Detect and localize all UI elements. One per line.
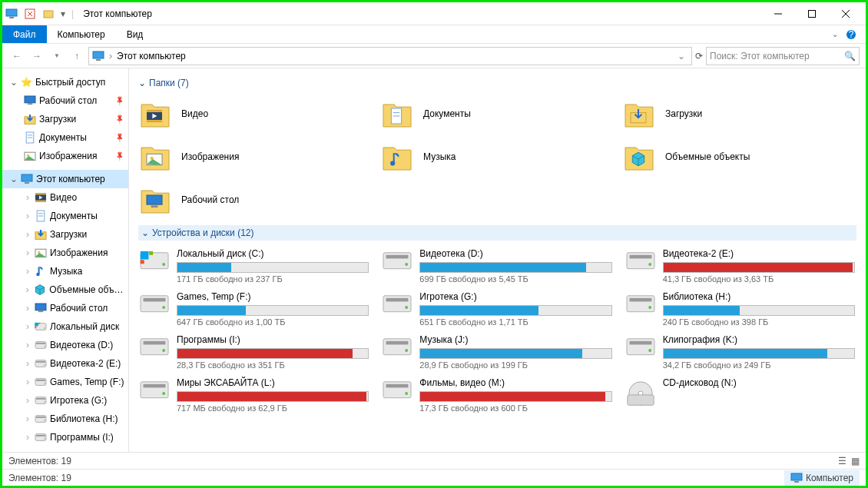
folder-item[interactable]: Изображения — [138, 138, 373, 176]
tree-pc-item[interactable]: ›Музыка — [2, 262, 128, 281]
view-details-icon[interactable]: ☰ — [838, 456, 846, 466]
qat-dropdown-icon[interactable]: ▾ — [61, 8, 65, 19]
folder-item[interactable]: Загрузки — [622, 95, 856, 133]
tree-pc-item[interactable]: ›Загрузки — [2, 225, 128, 244]
tree-pc-item[interactable]: ›Объемные объекты — [2, 281, 128, 299]
status-bar-outer: Элементов: 19 Компьютер — [2, 469, 866, 486]
nav-history-button[interactable]: ▼ — [48, 48, 65, 65]
tree-pc-item[interactable]: ›Документы — [2, 207, 128, 225]
tree-pc-item[interactable]: ›Видео — [2, 188, 128, 207]
free-space-label: 28,9 ГБ свободно из 199 ГБ — [419, 360, 611, 370]
drive-item[interactable]: Games, Temp (F:)647 ГБ свободно из 1,00 … — [138, 290, 370, 328]
svg-point-39 — [44, 346, 45, 347]
search-icon[interactable]: 🔍 — [844, 51, 856, 61]
drive-label: Программы (I:) — [177, 334, 369, 345]
drive-item[interactable]: Видеотека (D:)699 ГБ свободно из 5,45 ТБ — [381, 247, 613, 285]
svg-rect-30 — [35, 304, 46, 310]
tree-pc-item[interactable]: ›Программы (I:) — [2, 428, 128, 447]
addr-dropdown-icon[interactable]: ⌄ — [674, 51, 688, 61]
help-icon[interactable]: ? — [846, 29, 856, 40]
tab-view[interactable]: Вид — [116, 25, 154, 43]
tree-quick-item[interactable]: Документы — [2, 128, 128, 147]
free-space-label: 717 МБ свободно из 62,9 ГБ — [177, 403, 369, 413]
svg-rect-82 — [386, 298, 409, 302]
status-right[interactable]: Компьютер — [784, 470, 860, 486]
drive-item[interactable]: Игротека (G:)651 ГБ свободно из 1,71 ТБ — [381, 290, 613, 328]
tree-pc-item[interactable]: ›Видеотека (D:) — [2, 336, 128, 354]
drive-label: Локальный диск (C:) — [177, 248, 369, 259]
minimize-button[interactable] — [761, 3, 795, 25]
drive-icon — [626, 293, 655, 317]
status-bar-inner: Элементов: 19 ☰ ▦ — [2, 452, 866, 469]
drive-item[interactable]: Программы (I:)28,3 ГБ свободно из 351 ГБ — [138, 333, 370, 371]
search-input[interactable]: Поиск: Этот компьютер 🔍 — [706, 47, 860, 65]
drive-os-icon — [35, 320, 47, 333]
tree-quick-item[interactable]: Изображения — [2, 147, 128, 165]
drive-icon — [140, 293, 169, 317]
address-bar-row: ← → ▼ ↑ › Этот компьютер ⌄ ⟳ Поиск: Этот… — [2, 44, 866, 68]
music-icon — [35, 265, 47, 277]
folder-item[interactable]: Музыка — [380, 138, 615, 176]
usage-bar — [177, 391, 369, 402]
group-drives-header[interactable]: ⌄Устройства и диски (12) — [138, 225, 856, 241]
nav-up-button[interactable]: ↑ — [68, 48, 85, 65]
pc-icon — [790, 472, 803, 484]
folder-item[interactable]: Объемные объекты — [622, 138, 856, 176]
tree-quick-item[interactable]: Рабочий стол — [2, 91, 128, 110]
drive-icon — [35, 376, 47, 388]
tree-pc-item[interactable]: ›Games, Temp (F:) — [2, 373, 128, 391]
drive-label: Музыка (J:) — [419, 334, 611, 345]
svg-rect-53 — [36, 434, 45, 436]
ribbon: Файл Компьютер Вид ⌄ ? — [2, 25, 866, 44]
free-space-label: 41,3 ГБ свободно из 3,63 ТБ — [663, 274, 855, 284]
drive-label: Фильмы, видео (M:) — [419, 377, 611, 388]
drive-item[interactable]: Локальный диск (C:)171 ГБ свободно из 23… — [138, 247, 370, 285]
refresh-button[interactable]: ⟳ — [695, 51, 703, 61]
usage-bar — [419, 305, 611, 316]
pc-icon — [92, 50, 104, 62]
tree-this-pc[interactable]: ⌄ Этот компьютер — [2, 170, 128, 188]
svg-point-45 — [44, 383, 45, 384]
drive-item[interactable]: CD-дисковод (N:) — [624, 376, 856, 414]
maximize-button[interactable] — [795, 3, 829, 25]
drive-item[interactable]: Клипография (K:)34,2 ГБ свободно из 249 … — [624, 333, 856, 371]
qat-properties-icon[interactable] — [24, 8, 36, 20]
svg-point-54 — [44, 438, 45, 440]
tab-computer[interactable]: Компьютер — [47, 25, 116, 43]
drive-item[interactable]: Фильмы, видео (M:)17,3 ГБ свободно из 60… — [381, 376, 613, 414]
svg-rect-9 — [96, 59, 101, 61]
drive-item[interactable]: Миры ЭКСАБАЙТА (L:)717 МБ свободно из 62… — [138, 376, 370, 414]
close-button[interactable] — [829, 3, 863, 25]
tab-file[interactable]: Файл — [2, 25, 47, 43]
tree-pc-item[interactable]: ›Библиотека (H:) — [2, 410, 128, 428]
folder-item[interactable]: Видео — [138, 95, 373, 133]
drive-icon — [383, 336, 412, 360]
qat-newfolder-icon[interactable] — [42, 8, 55, 20]
tree-pc-item[interactable]: ›Видеотека-2 (E:) — [2, 354, 128, 373]
tree-pc-item[interactable]: ›Изображения — [2, 244, 128, 262]
tree-pc-item[interactable]: ›Локальный диск — [2, 317, 128, 336]
svg-point-92 — [406, 349, 409, 352]
usage-bar — [663, 305, 855, 316]
drive-item[interactable]: Музыка (J:)28,9 ГБ свободно из 199 ГБ — [381, 333, 613, 371]
tree-pc-item[interactable]: ›Игротека (G:) — [2, 391, 128, 410]
drive-label: Games, Temp (F:) — [177, 291, 369, 302]
folder-item[interactable]: Рабочий стол — [138, 181, 373, 219]
drive-item[interactable]: Библиотека (H:)240 ГБ свободно из 398 ГБ — [624, 290, 856, 328]
svg-rect-0 — [6, 9, 17, 16]
group-folders-header[interactable]: ⌄Папки (7) — [138, 78, 856, 88]
svg-rect-76 — [629, 255, 651, 259]
address-bar[interactable]: › Этот компьютер ⌄ — [88, 47, 692, 65]
drive-item[interactable]: Видеотека-2 (E:)41,3 ГБ свободно из 3,63… — [624, 247, 856, 285]
svg-point-77 — [648, 263, 651, 266]
tree-quick-item[interactable]: Загрузки — [2, 110, 128, 128]
folder-item[interactable]: Документы — [380, 95, 615, 133]
svg-point-36 — [44, 327, 45, 329]
nav-back-button[interactable]: ← — [8, 48, 25, 65]
tree-pc-item[interactable]: ›Рабочий стол — [2, 299, 128, 317]
nav-forward-button[interactable]: → — [28, 48, 45, 65]
tree-quick-access[interactable]: ⌄ ⭐ Быстрый доступ — [2, 73, 128, 91]
ribbon-expand-icon[interactable]: ⌄ — [832, 30, 838, 38]
breadcrumb[interactable]: Этот компьютер — [117, 51, 186, 61]
view-large-icon[interactable]: ▦ — [851, 456, 860, 466]
